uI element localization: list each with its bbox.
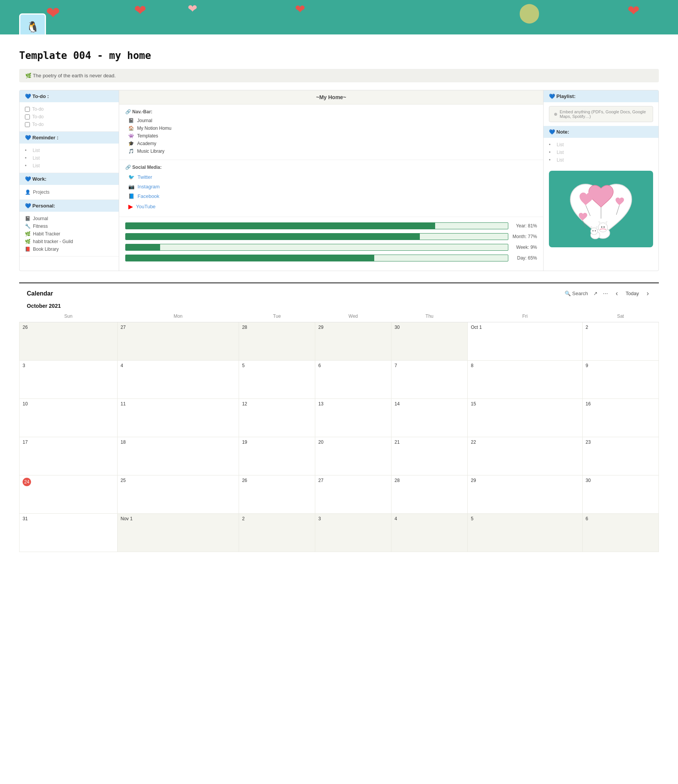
calendar-cell[interactable]: 12	[239, 399, 315, 437]
calendar-cell[interactable]: 4	[391, 514, 468, 552]
right-column: 💙 Playlist: ⊕ Embed anything (PDFs, Goog…	[544, 90, 658, 271]
calendar-cell[interactable]: 19	[239, 437, 315, 475]
todo-item-1[interactable]: To-do	[25, 105, 113, 113]
calendar-cell[interactable]: 5	[239, 361, 315, 399]
personal-habit-tracker[interactable]: 🌿 Habit Tracker	[25, 230, 113, 238]
calendar-cell[interactable]: 5	[468, 514, 583, 552]
date-number: 15	[471, 401, 476, 407]
calendar-cell[interactable]: 22	[468, 437, 583, 475]
youtube-icon: ▶	[128, 203, 133, 210]
heart-decoration-5: ❤	[295, 2, 305, 16]
embed-icon: ⊕	[554, 112, 557, 117]
calendar-cell[interactable]: 7	[391, 361, 468, 399]
personal-header: 💙 Personal:	[20, 200, 119, 212]
svg-point-9	[604, 227, 605, 228]
calendar-cell[interactable]: 26	[239, 475, 315, 514]
reminder-label: 💙 Reminder :	[25, 135, 59, 140]
nav-music[interactable]: 🎵 Music Library	[125, 147, 537, 155]
todo-item-2[interactable]: To-do	[25, 113, 113, 121]
twitter-icon: 🐦	[128, 174, 134, 180]
work-projects[interactable]: 👤 Projects	[25, 188, 113, 196]
nav-templates[interactable]: 👾 Templates	[125, 132, 537, 140]
date-number: 28	[395, 478, 400, 483]
heart-decoration-4: ❤	[627, 2, 640, 19]
todo-checkbox-3[interactable]	[25, 122, 30, 127]
calendar-cell[interactable]: Nov 1	[117, 514, 239, 552]
calendar-cell[interactable]: 3	[20, 361, 118, 399]
calendar-cell[interactable]: 4	[117, 361, 239, 399]
calendar-cell[interactable]: 6	[582, 514, 658, 552]
home-title: ~My Home~	[119, 90, 543, 105]
date-number: 18	[121, 439, 126, 445]
progress-week-bg	[125, 244, 508, 251]
social-youtube[interactable]: ▶ YouTube	[125, 201, 537, 212]
calendar-cell[interactable]: 23	[582, 437, 658, 475]
calendar-cell[interactable]: 27	[117, 322, 239, 361]
social-twitter[interactable]: 🐦 Twitter	[125, 172, 537, 182]
calendar-cell[interactable]: 15	[468, 399, 583, 437]
calendar-cell[interactable]: 28	[239, 322, 315, 361]
book-library-label: Book Library	[33, 247, 59, 252]
calendar-cell[interactable]: 25	[117, 475, 239, 514]
calendar-cell[interactable]: 16	[582, 399, 658, 437]
work-content: 👤 Projects	[20, 185, 119, 200]
calendar-cell[interactable]: 18	[117, 437, 239, 475]
todo-item-3[interactable]: To-do	[25, 121, 113, 128]
date-number: 6	[318, 363, 321, 368]
note-text-1: List	[557, 142, 564, 147]
calendar-cell[interactable]: 31	[20, 514, 118, 552]
work-header: 💙 Work:	[20, 173, 119, 185]
habit-tracker-guild-icon: 🌿	[25, 239, 31, 244]
calendar-cell[interactable]: 21	[391, 437, 468, 475]
calendar-cell[interactable]: Oct 1	[468, 322, 583, 361]
nav-journal[interactable]: 📓 Journal	[125, 117, 537, 124]
calendar-cell[interactable]: 17	[20, 437, 118, 475]
calendar-search[interactable]: 🔍 Search	[565, 291, 588, 296]
book-library-icon: 📕	[25, 247, 31, 252]
note-item-3: List	[549, 156, 653, 164]
nav-academy[interactable]: 🎓 Academy	[125, 140, 537, 147]
date-number: Nov 1	[121, 516, 133, 521]
date-number: 19	[242, 439, 247, 445]
todo-checkbox-1[interactable]	[25, 107, 30, 112]
calendar-cell[interactable]: 30	[582, 475, 658, 514]
social-instagram[interactable]: 📷 Instagram	[125, 182, 537, 191]
progress-week-label: Week: 9%	[512, 245, 537, 250]
personal-book-library[interactable]: 📕 Book Library	[25, 245, 113, 253]
calendar-cell[interactable]: 14	[391, 399, 468, 437]
navbar-section: 🔗 Nav.-Bar: 📓 Journal 🏠 My Notion Homu 👾…	[119, 105, 543, 160]
calendar-cell[interactable]: 6	[315, 361, 391, 399]
calendar-cell[interactable]: 30	[391, 322, 468, 361]
calendar-cell[interactable]: 3	[315, 514, 391, 552]
nav-notion-home[interactable]: 🏠 My Notion Homu	[125, 124, 537, 132]
social-facebook[interactable]: 📘 Facebook	[125, 191, 537, 201]
calendar-cell[interactable]: 13	[315, 399, 391, 437]
calendar-cell[interactable]: 2	[582, 322, 658, 361]
todo-checkbox-2[interactable]	[25, 114, 30, 119]
calendar-cell[interactable]: 8	[468, 361, 583, 399]
calendar-cell[interactable]: 2	[239, 514, 315, 552]
calendar-cell[interactable]: 28	[391, 475, 468, 514]
prev-month-button[interactable]: ‹	[613, 289, 620, 298]
calendar-cell[interactable]: 26	[20, 322, 118, 361]
today-button[interactable]: Today	[626, 291, 639, 296]
personal-fitness[interactable]: 🔧 Fitness	[25, 222, 113, 230]
expand-icon[interactable]: ↗	[593, 291, 598, 296]
calendar-cell[interactable]: 27	[315, 475, 391, 514]
calendar-cell[interactable]: 11	[117, 399, 239, 437]
day-tue: Tue	[239, 310, 315, 322]
instagram-icon: 📷	[128, 184, 134, 189]
calendar-cell[interactable]: 29	[468, 475, 583, 514]
calendar-cell[interactable]: 29	[315, 322, 391, 361]
more-icon[interactable]: ···	[603, 290, 608, 297]
date-number: 26	[23, 325, 28, 330]
calendar-days-row: Sun Mon Tue Wed Thu Fri Sat	[20, 310, 659, 322]
calendar-cell[interactable]: 20	[315, 437, 391, 475]
next-month-button[interactable]: ›	[644, 289, 651, 298]
calendar-cell[interactable]: 9	[582, 361, 658, 399]
calendar-cell[interactable]: 24	[20, 475, 118, 514]
personal-habit-tracker-guild[interactable]: 🌿 habit tracker - Guild	[25, 238, 113, 245]
todo-header: 💙 To-do :	[20, 90, 119, 102]
personal-journal[interactable]: 📓 Journal	[25, 215, 113, 222]
calendar-cell[interactable]: 10	[20, 399, 118, 437]
